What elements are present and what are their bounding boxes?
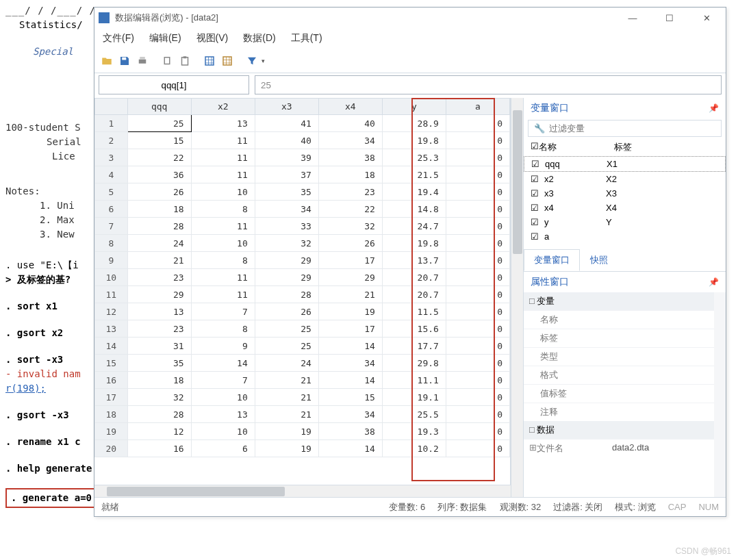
cell[interactable]: 11.1	[382, 372, 446, 389]
col-header-x3[interactable]: x3	[255, 99, 318, 115]
cell[interactable]: 13	[127, 303, 191, 320]
cell[interactable]: 40	[318, 115, 382, 132]
variable-row-qqq[interactable]: ☑qqqX1	[524, 156, 726, 172]
cell[interactable]: 0	[446, 303, 509, 320]
cell[interactable]: 0	[446, 269, 509, 286]
col-header-y[interactable]: y	[382, 99, 446, 115]
col-header-qqq[interactable]: qqq	[127, 99, 191, 115]
menu-file[interactable]: 文件(F)	[103, 32, 134, 44]
col-header-x2[interactable]: x2	[191, 99, 255, 115]
cell[interactable]: 36	[127, 166, 191, 183]
table-row[interactable]: 112911282120.70	[95, 286, 510, 303]
cell[interactable]: 10	[191, 183, 255, 201]
cell[interactable]: 11	[191, 269, 255, 286]
var-head-name[interactable]: 名称	[539, 141, 614, 153]
cell[interactable]: 23	[127, 320, 191, 338]
data-grid[interactable]: qqqx2x3x4ya 12513414028.9021511403419.80…	[94, 98, 511, 485]
cell[interactable]: 14	[318, 338, 382, 355]
cell[interactable]: 31	[127, 338, 191, 355]
cell[interactable]: 24	[127, 235, 191, 252]
table-row[interactable]: 16187211411.10	[95, 372, 510, 389]
cell[interactable]: 22	[318, 201, 382, 218]
cell[interactable]: 6	[191, 440, 255, 457]
row-number[interactable]: 14	[95, 338, 128, 355]
cell[interactable]: 11	[191, 218, 255, 235]
row-number[interactable]: 18	[95, 406, 128, 423]
cell[interactable]: 11	[191, 286, 255, 303]
tab-snapshot[interactable]: 快照	[580, 249, 618, 271]
table-row[interactable]: 43611371821.50	[95, 166, 510, 183]
row-number[interactable]: 6	[95, 201, 128, 218]
cell[interactable]: 25.5	[382, 406, 446, 423]
menu-tools[interactable]: 工具(T)	[291, 32, 322, 44]
table-row[interactable]: 153514243429.80	[95, 355, 510, 372]
cell[interactable]: 8	[191, 252, 255, 269]
table-row[interactable]: 173210211519.10	[95, 389, 510, 406]
cell[interactable]: 11	[191, 149, 255, 166]
row-number[interactable]: 11	[95, 286, 128, 303]
variable-row-x2[interactable]: ☑x2X2	[524, 172, 726, 186]
cell[interactable]: 0	[446, 355, 509, 372]
properties-scrollbar[interactable]	[714, 292, 726, 497]
row-number[interactable]: 7	[95, 218, 128, 235]
row-number[interactable]: 19	[95, 423, 128, 440]
cell[interactable]: 35	[127, 355, 191, 372]
cell[interactable]: 16	[127, 440, 191, 457]
cell-reference-input[interactable]	[99, 75, 249, 94]
cell[interactable]: 19.1	[382, 389, 446, 406]
row-number[interactable]: 16	[95, 372, 128, 389]
cell[interactable]: 11.5	[382, 303, 446, 320]
cell[interactable]: 0	[446, 320, 509, 338]
filter-variables-input[interactable]	[549, 123, 715, 133]
cell[interactable]: 32	[255, 235, 318, 252]
cell[interactable]: 20.7	[382, 286, 446, 303]
cell[interactable]: 34	[318, 132, 382, 149]
filter-icon[interactable]	[244, 53, 260, 69]
open-icon[interactable]	[99, 53, 115, 69]
cell[interactable]: 29.8	[382, 355, 446, 372]
cell[interactable]: 11	[191, 132, 255, 149]
cell[interactable]: 34	[318, 406, 382, 423]
cell[interactable]: 19	[255, 423, 318, 440]
cell[interactable]: 19.4	[382, 183, 446, 201]
variables-filter[interactable]: 🔧	[528, 120, 722, 137]
save-icon[interactable]	[116, 53, 133, 69]
table-row[interactable]: 21511403419.80	[95, 132, 510, 149]
row-number[interactable]: 17	[95, 389, 128, 406]
cell[interactable]: 38	[318, 149, 382, 166]
cell[interactable]: 41	[255, 115, 318, 132]
cell[interactable]: 0	[446, 372, 509, 389]
copy-icon[interactable]	[159, 53, 175, 69]
cell[interactable]: 21	[255, 372, 318, 389]
table-row[interactable]: 191210193819.30	[95, 423, 510, 440]
cell[interactable]: 11	[191, 166, 255, 183]
cell[interactable]: 18	[127, 372, 191, 389]
cell[interactable]: 28	[255, 286, 318, 303]
variable-row-a[interactable]: ☑a	[524, 229, 726, 244]
cell[interactable]: 35	[255, 183, 318, 201]
table-row[interactable]: 72811333224.70	[95, 218, 510, 235]
edit-grid-icon[interactable]	[201, 53, 218, 69]
cell[interactable]: 24.7	[382, 218, 446, 235]
variable-row-x4[interactable]: ☑x4X4	[524, 201, 726, 215]
prop-group-variable[interactable]: 变量	[524, 292, 714, 310]
table-row[interactable]: 102311292920.70	[95, 269, 510, 286]
cell[interactable]: 33	[255, 218, 318, 235]
maximize-button[interactable]: ☐	[657, 13, 682, 23]
row-number[interactable]: 5	[95, 183, 128, 201]
cell[interactable]: 12	[127, 423, 191, 440]
cell[interactable]: 0	[446, 218, 509, 235]
table-row[interactable]: 14319251417.70	[95, 338, 510, 355]
cell[interactable]: 10.2	[382, 440, 446, 457]
cell[interactable]: 13	[191, 406, 255, 423]
cell[interactable]: 15	[318, 389, 382, 406]
cell[interactable]: 0	[446, 115, 509, 132]
table-row[interactable]: 32211393825.30	[95, 149, 510, 166]
cell[interactable]: 14	[191, 355, 255, 372]
cell[interactable]: 13	[191, 115, 255, 132]
cell[interactable]: 0	[446, 235, 509, 252]
cell[interactable]: 9	[191, 338, 255, 355]
row-number[interactable]: 13	[95, 320, 128, 338]
variable-row-x3[interactable]: ☑x3X3	[524, 186, 726, 201]
cell[interactable]: 29	[255, 269, 318, 286]
